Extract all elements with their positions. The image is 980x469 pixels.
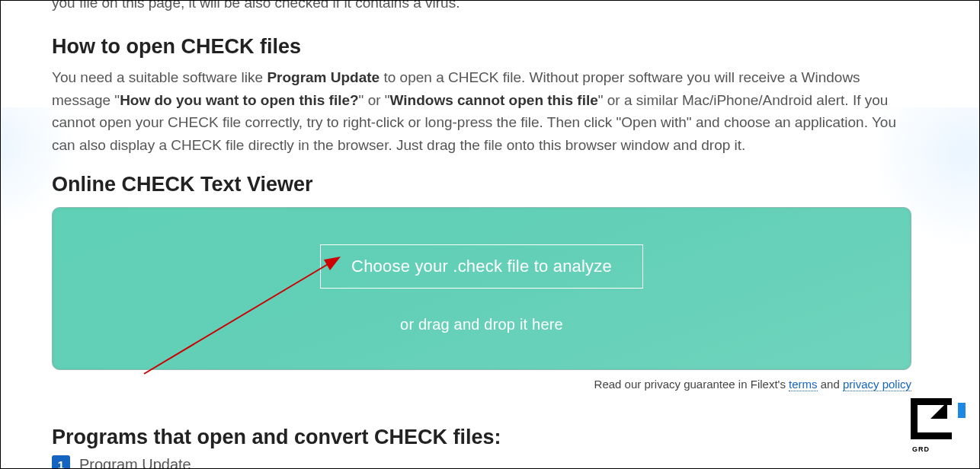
watermark-blue-accent	[958, 403, 966, 418]
privacy-policy-link[interactable]: privacy policy	[843, 378, 911, 391]
file-dropzone[interactable]: Choose your .check file to analyze or dr…	[52, 207, 911, 370]
privacy-and: and	[818, 378, 843, 391]
privacy-prefix: Read our privacy guarantee in Filext's	[594, 378, 789, 391]
program-number-badge: 1	[52, 455, 70, 469]
partial-previous-line: you file on this page, it will be also c…	[52, 0, 911, 14]
how-to-open-paragraph: You need a suitable software like Progra…	[52, 66, 911, 156]
how-to-open-heading: How to open CHECK files	[52, 35, 911, 59]
para-text: You need a suitable software like	[52, 69, 267, 85]
programs-heading: Programs that open and convert CHECK fil…	[52, 426, 911, 449]
main-content: you file on this page, it will be also c…	[52, 1, 911, 469]
program-name: Program Update	[79, 456, 191, 469]
para-text: " or "	[359, 92, 390, 108]
program-name-bold: Program Update	[267, 69, 380, 85]
watermark-logo: GRD	[911, 398, 966, 451]
privacy-line: Read our privacy guarantee in Filext's t…	[52, 378, 911, 391]
drag-drop-hint: or drag and drop it here	[400, 316, 563, 333]
choose-file-button[interactable]: Choose your .check file to analyze	[320, 244, 643, 289]
windows-error-bold: Windows cannot open this file	[390, 92, 598, 108]
windows-prompt-bold: How do you want to open this file?	[120, 92, 358, 108]
terms-link[interactable]: terms	[789, 378, 818, 391]
watermark-text: GRD	[912, 445, 930, 453]
program-list-item: 1 Program Update	[52, 455, 911, 469]
watermark-triangle-icon	[930, 402, 947, 419]
online-viewer-heading: Online CHECK Text Viewer	[52, 173, 911, 196]
